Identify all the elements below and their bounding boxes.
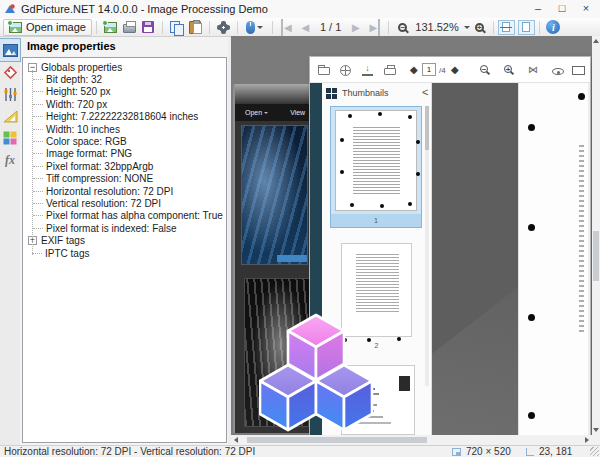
toolbar-separator (162, 21, 163, 34)
tree-item-label: Bit depth: 32 (46, 74, 102, 85)
save-file-button[interactable] (139, 19, 158, 36)
tree-item-label: Image format: PNG (46, 148, 132, 159)
viewer-area: Open View ↓ ◆ 1 /4 ◆ (231, 36, 600, 445)
page-indicator[interactable]: 1 / 1 (315, 21, 346, 33)
properties-tree: −Globals propertiesBit depth: 32Height: … (22, 57, 227, 443)
settings-button[interactable] (214, 19, 233, 36)
gear-icon (217, 21, 230, 34)
vertical-scroll-thumb[interactable] (593, 231, 599, 281)
xray-image (241, 125, 308, 265)
tree-item[interactable]: Width: 720 px (23, 98, 226, 110)
next-page-button[interactable]: ▶ (346, 19, 365, 36)
zoom-out-button[interactable]: − (393, 19, 412, 36)
tree-item-label: Width: 10 inches (46, 124, 120, 135)
sidebar-item-tags[interactable] (0, 61, 20, 83)
tree-connector (33, 79, 43, 80)
tree-item[interactable]: Height: 520 px (23, 86, 226, 98)
copy-button[interactable] (167, 19, 186, 36)
first-page-button[interactable]: ◀ (277, 19, 296, 36)
fit-icon: ⋈ (528, 64, 538, 75)
tree-item-label: Pixel format has alpha component: True (46, 210, 223, 221)
tree-item[interactable]: −Globals properties (23, 61, 226, 73)
minimize-button[interactable]: – (526, 0, 550, 18)
open-image-button[interactable]: Open image (3, 19, 92, 36)
sidebar-item-adjustments[interactable] (0, 83, 20, 105)
sidebar-item-palette[interactable] (0, 127, 20, 149)
fit-page-button[interactable] (518, 20, 535, 35)
tree-item-label: Globals properties (41, 62, 122, 73)
tree-item-label: Pixel format is indexed: False (46, 223, 177, 234)
tree-item[interactable]: Tiff compression: NONE (23, 173, 226, 185)
tree-item[interactable]: Pixel format is indexed: False (23, 222, 226, 234)
scroll-up-icon[interactable] (593, 39, 599, 43)
maximize-button[interactable]: □ (550, 0, 574, 18)
sidebar-item-effects[interactable]: fx (0, 149, 20, 171)
tree-item[interactable]: Image format: PNG (23, 148, 226, 160)
tree-item[interactable]: Vertical resolution: 72 DPI (23, 197, 226, 209)
viewer-horizontal-scrollbar[interactable] (231, 435, 592, 445)
globe-icon (340, 65, 351, 76)
tree-item[interactable]: IPTC tags (23, 247, 226, 259)
fit-width-icon (502, 22, 510, 32)
thumbnail-label: 1 (331, 214, 421, 227)
open-image-label: Open image (26, 21, 86, 33)
fit-width-button[interactable] (498, 20, 515, 35)
save-image-button[interactable] (101, 19, 120, 36)
previous-page-button[interactable]: ◀ (296, 19, 315, 36)
zoom-out-icon: − (480, 65, 488, 73)
horizontal-scroll-thumb[interactable] (247, 437, 427, 443)
chevron-down-icon (257, 26, 263, 29)
cursor-position-value: 23, 181 (539, 446, 572, 457)
titlebar: GdPicture.NET 14.0.0.0 - Image Processin… (0, 0, 600, 18)
toolbar-separator (209, 21, 210, 34)
viewer-vertical-scrollbar[interactable] (592, 36, 600, 435)
previous-page-icon: ◆ (410, 64, 418, 75)
paste-icon (189, 21, 201, 34)
toolbar-separator (539, 21, 540, 34)
scroll-left-icon[interactable] (234, 437, 238, 443)
inner-thumbnails-title: Thumbnails (342, 88, 389, 98)
inner-main-view (432, 83, 518, 435)
viewer-canvas[interactable]: Open View ↓ ◆ 1 /4 ◆ (231, 36, 592, 435)
dark-app-toolbar: Open View (235, 104, 312, 121)
tree-connector (33, 191, 43, 192)
set-square-icon (3, 110, 18, 123)
tree-item[interactable]: Pixel format: 32bppArgb (23, 160, 226, 172)
tree-item[interactable]: Color space: RGB (23, 135, 226, 147)
scroll-down-icon[interactable] (593, 428, 599, 432)
tree-item-label: EXIF tags (41, 235, 85, 246)
tree-item[interactable]: Bit depth: 32 (23, 73, 226, 85)
inner-view-button: View (290, 109, 305, 116)
paste-button[interactable] (186, 19, 205, 36)
resize-grip[interactable] (590, 447, 599, 456)
sidebar-item-measure[interactable] (0, 105, 20, 127)
last-page-button[interactable]: ▶ (365, 19, 384, 36)
info-icon: i (546, 20, 560, 34)
tree-item[interactable]: Pixel format has alpha component: True (23, 210, 226, 222)
close-button[interactable]: × (574, 0, 598, 18)
tree-item[interactable]: Horizontal resolution: 72 DPI (23, 185, 226, 197)
sidebar-item-image-properties[interactable] (0, 39, 20, 61)
scroll-right-icon[interactable] (585, 437, 589, 443)
dark-app-top-fade (235, 84, 312, 104)
tree-item[interactable]: Width: 10 inches (23, 123, 226, 135)
mouse-mode-button[interactable] (242, 19, 268, 36)
toolbar-separator (237, 21, 238, 34)
vertical-text-column (579, 145, 584, 335)
download-icon: ↓ (362, 63, 373, 76)
inner-page-field: 1 (422, 63, 436, 76)
tree-item[interactable]: +EXIF tags (23, 234, 226, 246)
palette-icon (3, 131, 17, 145)
thumbnail-text-block (353, 127, 400, 194)
tree-connector (33, 203, 43, 204)
zoom-in-button[interactable]: + (470, 19, 489, 36)
info-button[interactable]: i (544, 19, 563, 36)
print-button[interactable] (120, 19, 139, 36)
folder-icon (318, 67, 330, 75)
tree-item[interactable]: Height: 7.22222232818604 inches (23, 111, 226, 123)
zoom-level[interactable]: 131.52% (412, 21, 461, 33)
tree-connector (33, 104, 43, 105)
zoom-out-icon: − (398, 23, 407, 32)
next-page-icon: ◆ (451, 64, 459, 75)
thumbnail-stamp (399, 376, 410, 391)
